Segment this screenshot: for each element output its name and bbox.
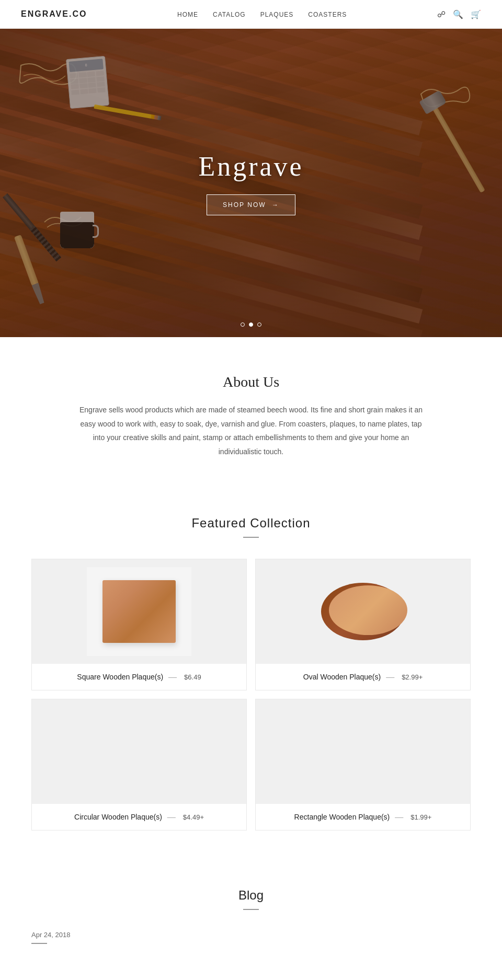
oval-plaque-image [316,578,410,645]
product-name-circular: Circular Wooden Plaque(s) [74,813,162,821]
square-plaque-image [102,580,176,643]
product-image-circular [32,699,246,804]
carousel-dots [241,322,261,327]
nav-home[interactable]: HOME [177,11,198,18]
hero-content: Engrave SHOP NOW → [198,151,303,215]
product-card-rectangle[interactable]: Rectangle Wooden Plaque(s) — $1.99+ [255,699,471,831]
carousel-dot-1[interactable] [241,322,245,327]
hero-section: 0 [0,29,502,337]
shop-now-label: SHOP NOW [223,201,266,209]
blog-title: Blog [31,888,471,903]
product-name-oval: Oval Wooden Plaque(s) [303,673,381,681]
nav-links: HOME CATALOG PLAQUES COASTERS [177,9,347,19]
product-info-oval: Oval Wooden Plaque(s) — $2.99+ [256,664,470,690]
product-price-rectangle: $1.99+ [410,813,431,821]
about-title: About Us [63,374,439,390]
product-separator-circular: — [167,812,176,821]
product-card-circular[interactable]: Circular Wooden Plaque(s) — $4.49+ [31,699,247,831]
carousel-dot-2[interactable] [249,322,253,327]
product-separator-rectangle: — [395,812,403,821]
product-info-circular: Circular Wooden Plaque(s) — $4.49+ [32,804,246,830]
nav-icons: ☍ 🔍 🛒 [437,9,481,19]
product-price-oval: $2.99+ [402,673,423,681]
nav-catalog[interactable]: CATALOG [213,11,246,18]
account-icon[interactable]: ☍ [437,9,446,19]
product-price-square: $6.49 [184,673,201,681]
product-card-oval[interactable]: Oval Wooden Plaque(s) — $2.99+ [255,559,471,690]
product-image-square [32,559,246,664]
product-separator-oval: — [386,672,394,681]
blog-section: Blog Apr 24, 2018 [0,862,502,965]
featured-section: Featured Collection Square Wooden Plaque… [0,495,502,862]
product-image-rectangle [256,699,470,804]
product-name-square: Square Wooden Plaque(s) [77,673,163,681]
blog-post-divider [31,943,47,944]
blog-divider [243,909,259,910]
product-price-circular: $4.49+ [183,813,204,821]
shop-now-arrow: → [272,201,279,209]
nav-coasters[interactable]: COASTERS [308,11,347,18]
blog-post-date: Apr 24, 2018 [31,931,471,939]
shop-now-button[interactable]: SHOP NOW → [207,194,295,215]
about-text: Engrave sells wood products which are ma… [78,403,424,458]
nav-plaques[interactable]: PLAQUES [260,11,294,18]
navigation: ENGRAVE.CO HOME CATALOG PLAQUES COASTERS… [0,0,502,29]
hero-title: Engrave [198,151,303,182]
carousel-dot-3[interactable] [257,322,261,327]
product-card-square[interactable]: Square Wooden Plaque(s) — $6.49 [31,559,247,690]
products-grid: Square Wooden Plaque(s) — $6.49 Oval Woo… [31,559,471,831]
product-info-rectangle: Rectangle Wooden Plaque(s) — $1.99+ [256,804,470,830]
featured-divider [243,537,259,538]
product-name-rectangle: Rectangle Wooden Plaque(s) [294,813,390,821]
product-image-oval [256,559,470,664]
cart-icon[interactable]: 🛒 [471,9,481,19]
featured-title: Featured Collection [31,516,471,531]
product-info-square: Square Wooden Plaque(s) — $6.49 [32,664,246,690]
nav-logo[interactable]: ENGRAVE.CO [21,9,87,19]
product-separator-square: — [168,672,177,681]
about-section: About Us Engrave sells wood products whi… [0,337,502,495]
search-icon[interactable]: 🔍 [453,9,463,19]
blog-post-1: Apr 24, 2018 [31,931,471,944]
